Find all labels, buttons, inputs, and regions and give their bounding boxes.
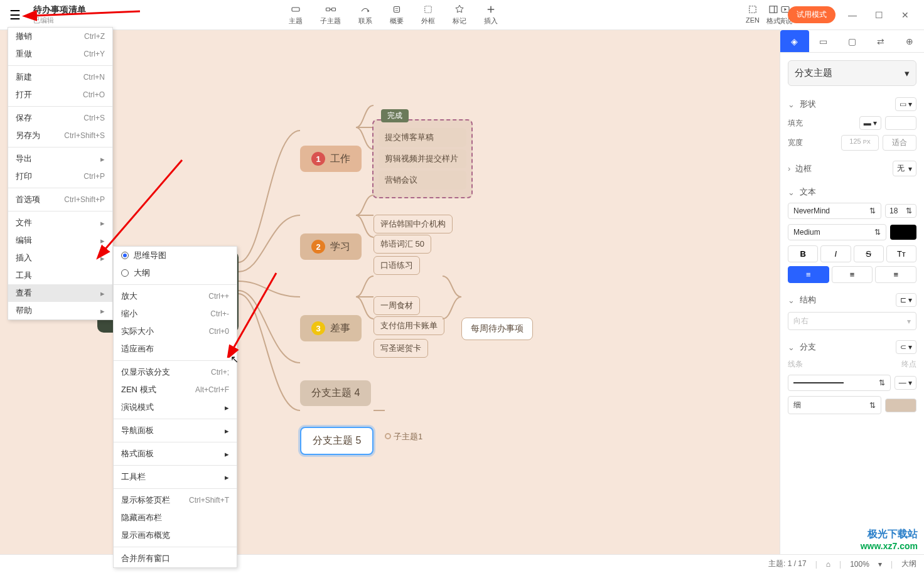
fit-button[interactable]: 适合 <box>883 135 916 151</box>
leaf[interactable]: 支付信用卡账单 <box>373 316 444 335</box>
italic-button[interactable]: I <box>820 245 851 262</box>
border-select[interactable]: 无 ▾ <box>893 161 916 176</box>
close-button[interactable]: ✕ <box>896 10 915 20</box>
menu-item[interactable]: 保存Ctrl+S <box>8 109 112 127</box>
leaf[interactable]: 口语练习 <box>373 256 420 275</box>
fill-swatch[interactable] <box>885 116 916 130</box>
shape-select[interactable]: ▭ ▾ <box>895 97 916 111</box>
format-panel: ◈ ▭ ▢ ⇄ ⊕ 分支主题▾ ⌄形状 ▭ ▾ 填充 ▬ ▾ 宽度 125 PX… <box>780 30 924 554</box>
relation-button[interactable]: 联系 <box>358 4 372 26</box>
submenu-item[interactable]: 仅显示该分支Ctrl+; <box>114 363 237 381</box>
font-size[interactable]: 18⇅ <box>885 204 916 218</box>
submenu-item[interactable]: 实际大小Ctrl+0 <box>114 323 237 340</box>
minimize-button[interactable]: — <box>843 10 862 20</box>
branch-work[interactable]: 1工作 <box>300 146 362 172</box>
submenu-item[interactable]: 导航面板▸ <box>114 422 237 439</box>
leaf[interactable]: 营销会议 <box>379 171 466 190</box>
tab-4[interactable]: ⇄ <box>866 30 895 52</box>
width-input[interactable]: 125 PX <box>841 135 879 151</box>
submenu-item[interactable]: 工具栏▸ <box>114 468 237 486</box>
outline-toggle[interactable]: 大纲 <box>901 559 916 569</box>
branch-errand[interactable]: 3差事 <box>300 315 362 341</box>
menu-item[interactable]: 查看▸ <box>8 284 112 302</box>
branch-study[interactable]: 2学习 <box>300 233 362 260</box>
line-end[interactable]: — ▾ <box>894 376 916 390</box>
format-toggle[interactable]: 格式 <box>766 4 780 26</box>
summary-button[interactable]: 概要 <box>390 4 404 26</box>
child-topic[interactable]: 子主题1 <box>385 431 422 442</box>
leaf[interactable]: 提交博客草稿 <box>379 128 466 147</box>
menu-item[interactable]: 撤销Ctrl+Z <box>8 28 112 45</box>
align-left[interactable]: ≡ <box>788 266 829 283</box>
view-submenu: 思维导图大纲放大Ctrl++缩小Ctrl+-实际大小Ctrl+0适应画布仅显示该… <box>113 246 237 568</box>
submenu-item[interactable]: 适应画布 <box>114 340 237 358</box>
marker-button[interactable]: 标记 <box>453 4 466 26</box>
menu-item[interactable]: 编辑▸ <box>8 232 112 249</box>
leaf[interactable]: 一周食材 <box>373 296 420 315</box>
subtopic-button[interactable]: 子主题 <box>320 4 341 26</box>
align-right[interactable]: ≡ <box>875 266 916 283</box>
branch-5-selected[interactable]: 分支主题 5 <box>300 427 373 455</box>
submenu-item[interactable]: 格式面板▸ <box>114 445 237 463</box>
leaf[interactable]: 剪辑视频并提交样片 <box>379 149 466 168</box>
textcase-button[interactable]: Tт <box>886 245 916 262</box>
trial-button[interactable]: 试用模式 <box>788 6 835 23</box>
errand-callout[interactable]: 每周待办事项 <box>461 318 533 340</box>
font-weight[interactable]: Medium⇅ <box>788 224 886 240</box>
submenu-item[interactable]: 缩小Ctrl+- <box>114 305 237 323</box>
branch-shape[interactable]: ⊂ ▾ <box>896 340 916 354</box>
document-status: 已编辑 <box>33 16 86 25</box>
tab-style[interactable]: ◈ <box>780 30 809 52</box>
topic-button[interactable]: 主题 <box>289 4 303 26</box>
menu-item[interactable]: 打开Ctrl+O <box>8 86 112 104</box>
menu-item[interactable]: 另存为Ctrl+Shift+S <box>8 127 112 144</box>
branch-4[interactable]: 分支主题 4 <box>300 380 371 406</box>
menu-item[interactable]: 帮助▸ <box>8 302 112 319</box>
leaf[interactable]: 评估韩国中介机构 <box>373 215 453 233</box>
tab-3[interactable]: ▢ <box>838 30 867 52</box>
tab-2[interactable]: ▭ <box>809 30 838 52</box>
center-toolbar: 主题 子主题 联系 概要 外框 标记 插入 <box>289 4 498 26</box>
title-area: 待办事项清单 已编辑 <box>33 4 86 25</box>
menu-item[interactable]: 首选项Ctrl+Shift+P <box>8 191 112 208</box>
tab-5[interactable]: ⊕ <box>895 30 924 52</box>
submenu-item[interactable]: 隐藏画布栏 <box>114 509 237 527</box>
menu-item[interactable]: 打印Ctrl+P <box>8 168 112 185</box>
topic-type-selector[interactable]: 分支主题▾ <box>788 60 916 86</box>
leaf[interactable]: 写圣诞贺卡 <box>373 339 428 358</box>
text-color[interactable] <box>890 225 916 240</box>
font-select[interactable]: NeverMind⇅ <box>788 203 881 219</box>
map-icon[interactable]: ⌂ <box>826 560 830 569</box>
menu-item[interactable]: 重做Ctrl+Y <box>8 45 112 63</box>
submenu-item[interactable]: 显示标签页栏Ctrl+Shift+T <box>114 491 237 509</box>
menu-item[interactable]: 工具 <box>8 267 112 284</box>
boundary-button[interactable]: 外框 <box>421 4 435 26</box>
insert-button[interactable]: 插入 <box>484 4 498 26</box>
submenu-item[interactable]: 显示画布概览 <box>114 527 237 544</box>
submenu-item[interactable]: 演说模式▸ <box>114 399 237 416</box>
fill-mode[interactable]: ▬ ▾ <box>859 116 881 130</box>
submenu-item[interactable]: ZEN 模式Alt+Ctrl+F <box>114 381 237 399</box>
strike-button[interactable]: S <box>854 245 884 262</box>
branch-color[interactable] <box>885 399 916 412</box>
hamburger-menu[interactable]: ☰ <box>0 8 30 23</box>
menu-item[interactable]: 文件▸ <box>8 214 112 232</box>
submenu-item[interactable]: 思维导图 <box>114 247 237 264</box>
menu-item[interactable]: 导出▸ <box>8 150 112 168</box>
maximize-button[interactable]: ☐ <box>869 10 888 20</box>
line-thick[interactable]: 细⇅ <box>788 396 881 414</box>
submenu-item[interactable]: 放大Ctrl++ <box>114 287 237 305</box>
bold-button[interactable]: B <box>788 245 818 262</box>
line-style[interactable]: ⇅ <box>788 375 891 391</box>
leaf[interactable]: 韩语词汇 50 <box>373 235 431 254</box>
zen-button[interactable]: ZEN <box>746 4 760 26</box>
status-zoom[interactable]: 100% <box>850 560 869 569</box>
direction-select[interactable]: 向右▾ <box>788 312 916 330</box>
menu-item[interactable]: 插入▸ <box>8 249 112 267</box>
menu-item[interactable]: 新建Ctrl+N <box>8 68 112 86</box>
structure-select[interactable]: ⊏ ▾ <box>896 293 916 307</box>
submenu-item[interactable]: 大纲 <box>114 264 237 282</box>
align-center[interactable]: ≡ <box>832 266 873 283</box>
submenu-item[interactable]: 合并所有窗口 <box>114 550 237 567</box>
chevron-down-icon[interactable]: ▾ <box>878 560 882 569</box>
